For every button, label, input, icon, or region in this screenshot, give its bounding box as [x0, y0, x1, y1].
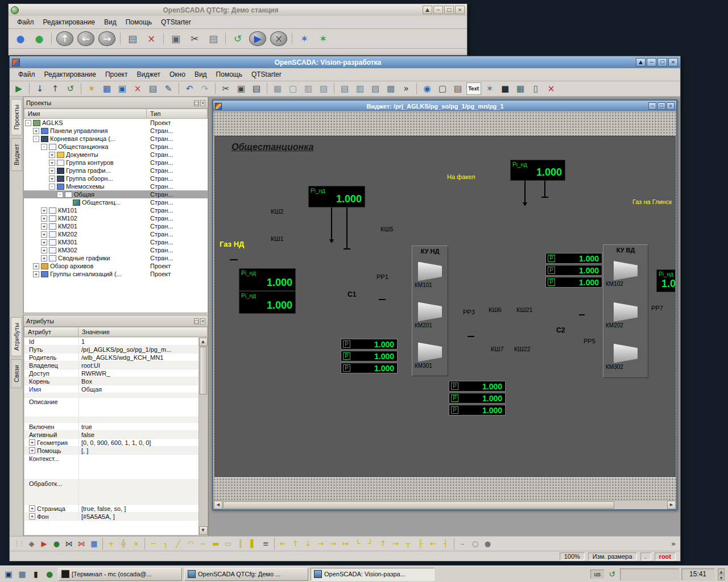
tree-expander[interactable]: +	[33, 128, 39, 134]
attr-row[interactable]: +Помощь[, ]	[24, 447, 198, 455]
align-left-icon[interactable]: ▤	[338, 82, 351, 95]
menu-item-Файл[interactable]: Файл	[14, 69, 39, 80]
taskbar-up-icon[interactable]: ▲	[718, 568, 725, 574]
tool-config-icon[interactable]: ✶	[296, 31, 313, 46]
pipe-up-icon[interactable]: ↑	[289, 538, 301, 550]
tree-expander[interactable]: -	[49, 184, 55, 190]
delete-item-icon[interactable]: ×	[143, 31, 160, 46]
tree-row[interactable]: +КМ102Стран...	[24, 214, 208, 222]
copy-item-icon[interactable]: ▣	[167, 31, 184, 46]
pipe-right3-icon[interactable]: →	[390, 538, 402, 550]
fig-diagonal-icon[interactable]: ╱	[172, 538, 184, 550]
fig-corner-icon[interactable]: ┐	[160, 538, 172, 550]
tree-row[interactable]: -Корневая страница (...Стран...	[24, 135, 208, 143]
fig-bezier-icon[interactable]: ~	[197, 538, 209, 550]
add-item-icon[interactable]: ▤	[124, 31, 141, 46]
tree-expander[interactable]: +	[33, 271, 39, 277]
projects-panel-header[interactable]: Проекты □×	[24, 97, 208, 109]
calc-icon[interactable]: ▦	[88, 538, 100, 550]
menu-item-Помощь[interactable]: Помощь	[122, 17, 156, 27]
menu-item-Вид[interactable]: Вид	[191, 69, 211, 80]
enter-dev-icon[interactable]: ◆	[26, 538, 38, 550]
pipe-end-icon[interactable]: ↦	[340, 538, 351, 550]
tree-row[interactable]: +Обзор архивовПроект	[24, 262, 208, 270]
pipe-down-icon[interactable]: ↓	[302, 538, 314, 550]
run-project-icon[interactable]: ▶	[12, 82, 26, 95]
redo-icon[interactable]: ↷	[198, 82, 212, 95]
tree-expander[interactable]: +	[49, 160, 55, 166]
attr-row[interactable]: Путь/prj_AGLKS/pg_so/pg_1/pg_m...	[24, 346, 198, 354]
start-periodic-icon[interactable]: ▶	[249, 31, 266, 46]
lib-grid-icon[interactable]: ▦	[514, 82, 527, 95]
stop-periodic-icon[interactable]: ×	[270, 31, 287, 46]
clock[interactable]: 15:41	[681, 568, 714, 580]
hscroll-thumb[interactable]	[223, 501, 614, 509]
taskbar-button[interactable]: [Терминал - mc (oscada@...	[58, 568, 182, 581]
attr-value[interactable]	[79, 393, 198, 397]
tree-expander[interactable]: -	[57, 192, 63, 198]
attr-row[interactable]: +Геометрия[0, 0, 900, 600, 1, 1, 0, 0]	[24, 439, 198, 447]
attr-value[interactable]	[79, 480, 198, 504]
minimize-button[interactable]: −	[433, 6, 443, 14]
pipe-left-icon[interactable]: ←	[277, 538, 289, 550]
attr-row[interactable]: Владелецroot:UI	[24, 361, 198, 369]
go-up-icon[interactable]: ↑	[56, 31, 73, 46]
qtstarter-tray-icon[interactable]: ↺	[606, 568, 618, 580]
cut-icon[interactable]: ✂	[219, 82, 233, 95]
tree-expander[interactable]: +	[49, 168, 55, 174]
tree-expander[interactable]: +	[49, 176, 55, 182]
menu-item-Виджет[interactable]: Виджет	[133, 69, 164, 80]
view-grid-icon[interactable]: ▦	[271, 82, 284, 95]
attr-value[interactable]: /prj_AGLKS/pg_so/pg_1/pg_m...	[79, 346, 198, 353]
attr-row[interactable]: КореньBox	[24, 377, 198, 385]
lib-docs-icon[interactable]: ▤	[451, 82, 465, 95]
tree-row[interactable]: +Панели управленияСтран...	[24, 127, 208, 135]
menu-item-Редактирование[interactable]: Редактирование	[40, 69, 100, 80]
undo-icon[interactable]: ↶	[183, 82, 196, 95]
widget-edit-icon[interactable]: ✎	[162, 82, 175, 95]
tree-expander[interactable]: +	[33, 263, 39, 269]
close-button[interactable]: ×	[668, 58, 678, 66]
tree-row[interactable]: +КМ101Стран...	[24, 206, 208, 214]
tree-expander[interactable]: +	[41, 247, 47, 253]
pipe-up2-icon[interactable]: ↑	[377, 538, 389, 550]
tree-expander[interactable]: +	[41, 255, 47, 261]
show-desktop-icon[interactable]: ▣	[2, 568, 15, 580]
canvas-hscrollbar[interactable]: ◀ ▶	[214, 500, 676, 509]
dock-tab-Виджет[interactable]: Виджет	[11, 138, 22, 171]
menu-item-Проект[interactable]: Проект	[101, 69, 132, 80]
toolbar-handle[interactable]: ⋮⋮	[12, 540, 26, 547]
minimize-button[interactable]: −	[648, 102, 656, 110]
tree-expander[interactable]: +	[41, 223, 47, 230]
fig-rect-fill-icon[interactable]: ▭	[222, 538, 234, 550]
align-right-icon[interactable]: ▨	[369, 82, 382, 95]
fig-line-icon[interactable]: ─	[147, 538, 159, 550]
cut-item-icon[interactable]: ✂	[186, 31, 203, 46]
lib-text-icon[interactable]: Text	[466, 82, 481, 95]
run-widget-icon[interactable]: ▶	[38, 538, 50, 550]
attr-row[interactable]: ИмяОбщая	[24, 385, 198, 393]
close-button[interactable]: ×	[455, 6, 465, 14]
pipe-right-icon[interactable]: →	[315, 538, 326, 550]
taskbar-down-icon[interactable]: ▼	[718, 575, 725, 580]
taskbar-button[interactable]: OpenSCADA QTCfg: Демо ...	[184, 568, 308, 581]
tree-expander[interactable]: +	[41, 231, 47, 238]
attr-row[interactable]: Описание	[24, 398, 198, 417]
attr-value[interactable]: /wlb_AGLKS/wdg_KCH_MN1	[79, 354, 198, 361]
fig-arc-icon[interactable]: ◠	[185, 538, 197, 550]
view-panels-icon[interactable]: ▧	[317, 82, 330, 95]
tree-row[interactable]: +КМ302Стран...	[24, 246, 208, 254]
mnemo-canvas[interactable]: ОбщестанционкаPi_нд1.000Pi_нд1.000Pi_нд1…	[214, 136, 676, 477]
attr-value[interactable]	[79, 455, 198, 479]
pipe-tee-icon[interactable]: ┬	[402, 538, 414, 550]
save-item-icon[interactable]: ↑	[48, 82, 62, 95]
attr-value[interactable]: 1	[79, 338, 198, 345]
connections-edit-icon[interactable]: ⋈	[76, 538, 88, 550]
tree-expander[interactable]: +	[41, 215, 47, 222]
pipe-left2-icon[interactable]: ←	[427, 538, 439, 550]
lib-dark-icon[interactable]: ■	[498, 82, 512, 95]
attr-expander[interactable]: +	[29, 513, 35, 519]
scroll-down-icon[interactable]: ▼	[199, 526, 208, 535]
fig-vbar-icon[interactable]: ║	[235, 538, 247, 550]
fig-clear-icon[interactable]: ×	[130, 538, 142, 550]
